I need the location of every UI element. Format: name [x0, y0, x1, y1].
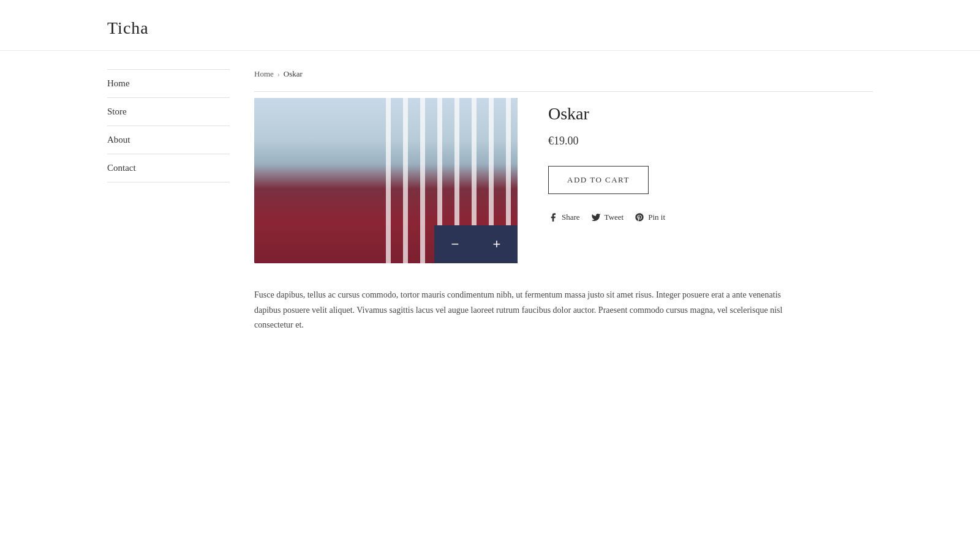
breadcrumb: Home › Oskar	[254, 69, 873, 79]
twitter-share-link[interactable]: Tweet	[591, 212, 624, 222]
breadcrumb-home[interactable]: Home	[254, 69, 274, 79]
sidebar-item-store[interactable]: Store	[107, 98, 230, 126]
sidebar-item-contact[interactable]: Contact	[107, 154, 230, 182]
pinterest-share-label: Pin it	[648, 212, 665, 222]
add-to-cart-button[interactable]: ADD TO CART	[548, 166, 649, 194]
breadcrumb-current: Oskar	[284, 69, 303, 79]
sidebar: Home Store About Contact	[107, 51, 230, 351]
sidebar-item-about[interactable]: About	[107, 126, 230, 154]
pinterest-share-link[interactable]: Pin it	[635, 212, 665, 222]
product-price: €19.00	[548, 135, 873, 148]
image-prev-button[interactable]: −	[434, 225, 476, 263]
product-description: Fusce dapibus, tellus ac cursus commodo,…	[254, 288, 787, 333]
site-title: Ticha	[107, 18, 873, 38]
breadcrumb-separator: ›	[277, 70, 280, 79]
product-image-container: − +	[254, 98, 518, 263]
pinterest-icon	[635, 212, 644, 222]
twitter-icon	[591, 212, 601, 222]
product-area: − + Oskar €19.00 ADD TO CART Share	[254, 91, 873, 263]
product-name: Oskar	[548, 104, 873, 124]
twitter-share-label: Tweet	[605, 212, 624, 222]
sidebar-item-home[interactable]: Home	[107, 69, 230, 98]
facebook-icon	[548, 212, 558, 222]
facebook-share-link[interactable]: Share	[548, 212, 580, 222]
image-navigation: − +	[434, 225, 518, 263]
social-share: Share Tweet Pin it	[548, 212, 873, 222]
image-next-button[interactable]: +	[476, 225, 518, 263]
facebook-share-label: Share	[562, 212, 580, 222]
product-details: Oskar €19.00 ADD TO CART Share	[548, 98, 873, 263]
main-content: Home › Oskar − + Oskar €19.00 ADD TO CAR…	[230, 51, 873, 351]
